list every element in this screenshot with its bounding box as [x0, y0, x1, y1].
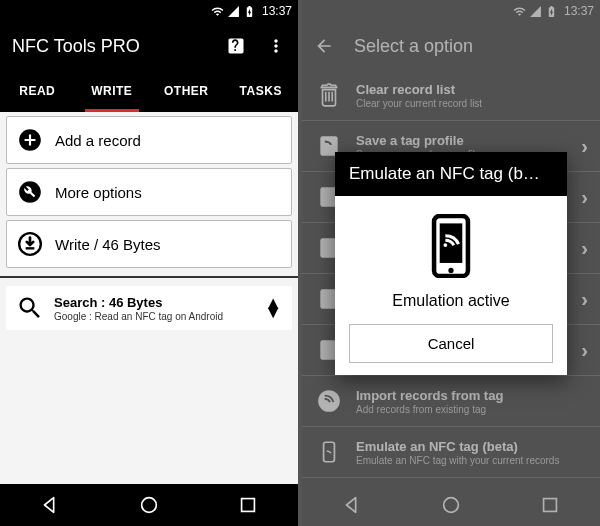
tab-read[interactable]: READ	[0, 70, 75, 111]
nav-bar	[0, 484, 298, 526]
tab-other[interactable]: OTHER	[149, 70, 224, 111]
help-icon[interactable]	[226, 36, 246, 56]
svg-point-16	[443, 243, 447, 247]
cancel-button[interactable]: Cancel	[349, 324, 553, 363]
dialog-title: Emulate an NFC tag (b…	[335, 152, 567, 196]
plus-circle-icon	[17, 127, 43, 153]
content-area: Add a record More options Write / 46 Byt…	[0, 112, 298, 484]
app-bar: NFC Tools PRO	[0, 22, 298, 70]
write-label: Write / 46 Bytes	[55, 236, 161, 253]
status-bar: 13:37	[0, 0, 298, 22]
search-icon	[16, 294, 44, 322]
app-title: NFC Tools PRO	[12, 36, 226, 57]
more-options-label: More options	[55, 184, 142, 201]
wifi-icon	[211, 5, 224, 18]
svg-point-15	[448, 267, 453, 272]
nav-home[interactable]	[138, 494, 160, 516]
phone-nfc-icon	[428, 214, 474, 278]
wrench-icon	[17, 179, 43, 205]
right-screen: 13:37 Select a option Clear record listC…	[302, 0, 600, 526]
sort-handle-icon[interactable]: ▲▼	[264, 299, 282, 317]
tab-tasks[interactable]: TASKS	[224, 70, 299, 111]
divider	[0, 276, 298, 278]
add-record-label: Add a record	[55, 132, 141, 149]
search-title: Search : 46 Bytes	[54, 295, 264, 310]
left-screen: 13:37 NFC Tools PRO READ WRITE OTHER TAS…	[0, 0, 298, 526]
status-time: 13:37	[262, 4, 292, 18]
write-button[interactable]: Write / 46 Bytes	[6, 220, 292, 268]
nav-recents[interactable]	[237, 494, 259, 516]
svg-point-1	[142, 498, 157, 513]
add-record-button[interactable]: Add a record	[6, 116, 292, 164]
tab-bar: READ WRITE OTHER TASKS	[0, 70, 298, 112]
svg-rect-2	[242, 499, 255, 512]
emulate-dialog: Emulate an NFC tag (b… Emulation active …	[335, 152, 567, 375]
signal-icon	[227, 5, 240, 18]
dialog-scrim[interactable]: Emulate an NFC tag (b… Emulation active …	[302, 0, 600, 526]
search-record-row[interactable]: Search : 46 Bytes Google : Read an NFC t…	[6, 286, 292, 330]
dialog-message: Emulation active	[392, 292, 509, 310]
search-subtitle: Google : Read an NFC tag on Android	[54, 311, 264, 322]
battery-icon	[243, 5, 256, 18]
download-circle-icon	[17, 231, 43, 257]
overflow-menu-icon[interactable]	[266, 36, 286, 56]
tab-write[interactable]: WRITE	[75, 70, 150, 111]
nav-back[interactable]	[39, 494, 61, 516]
more-options-button[interactable]: More options	[6, 168, 292, 216]
